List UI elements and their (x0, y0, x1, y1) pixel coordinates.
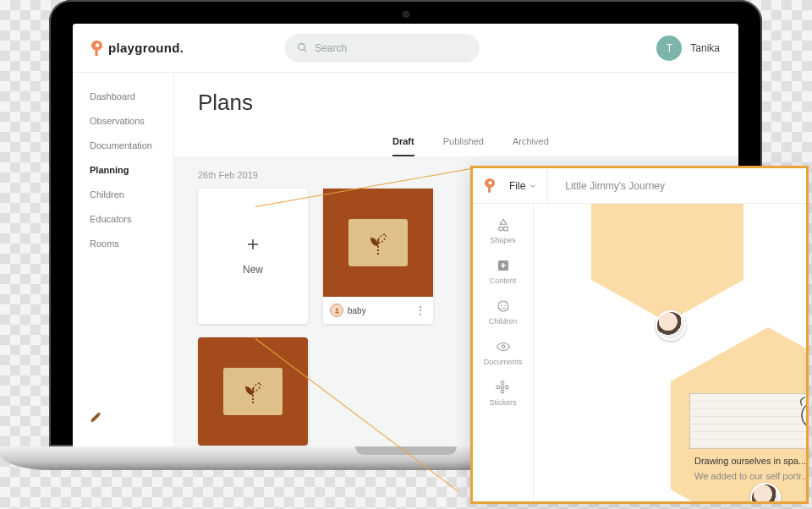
playground-logo-icon (91, 41, 103, 56)
tool-label: Shapes (490, 236, 516, 244)
tabs: Draft Published Archived (392, 136, 715, 156)
sidebar-item-observations[interactable]: Observations (90, 116, 173, 126)
tool-label: Children (489, 317, 518, 326)
plus-square-icon (496, 258, 511, 273)
tool-content[interactable]: Content (490, 258, 517, 285)
search-placeholder: Search (315, 42, 347, 54)
search-icon (297, 42, 308, 53)
tab-archived[interactable]: Archived (513, 136, 549, 156)
editor-header: File Little Jimmy's Journey (473, 168, 806, 204)
sidebar-item-rooms[interactable]: Rooms (90, 238, 173, 249)
page-title: Plans (198, 90, 715, 116)
plan-card[interactable]: baby ⋮ (323, 189, 433, 324)
svg-point-1 (299, 44, 305, 51)
playground-logo-icon (485, 178, 496, 193)
svg-point-15 (497, 386, 500, 389)
svg-point-17 (802, 402, 806, 429)
editor-canvas[interactable]: Drawing ourselves in spa... We added to … (534, 204, 806, 501)
child-avatar[interactable] (656, 310, 686, 341)
tool-shapes[interactable]: Shapes (490, 217, 516, 244)
sidebar-item-dashboard[interactable]: Dashboard (90, 91, 173, 101)
tool-children[interactable]: Children (489, 298, 518, 326)
svg-point-4 (488, 181, 491, 184)
plan-thumbnail (323, 189, 433, 297)
tool-stickers[interactable]: Stickers (489, 380, 516, 407)
tab-published[interactable]: Published (443, 136, 484, 156)
tool-documents[interactable]: Documents (484, 339, 523, 366)
plan-thumbnail (198, 337, 308, 446)
plan-editor-popout: File Little Jimmy's Journey Shapes Conte… (470, 166, 809, 504)
plan-card[interactable] (198, 337, 308, 446)
sidebar-item-planning[interactable]: Planning (90, 165, 173, 175)
tool-label: Content (490, 276, 517, 285)
leaf-icon (236, 376, 270, 407)
tool-label: Documents (484, 358, 523, 366)
tool-label: Stickers (489, 398, 516, 407)
search-input[interactable]: Search (285, 34, 480, 63)
sidebar-item-documentation[interactable]: Documentation (90, 140, 173, 151)
camera-dot (403, 12, 409, 17)
svg-point-13 (502, 381, 505, 385)
svg-rect-6 (503, 227, 508, 231)
user-menu[interactable]: T Tanika (656, 36, 720, 61)
svg-point-16 (506, 386, 509, 389)
svg-point-0 (96, 43, 99, 47)
canvas-hexagon[interactable]: Drawing ourselves in spa... We added to … (671, 327, 806, 501)
editor-toolbar: Shapes Content Children Documents Sticke… (473, 204, 534, 501)
flower-icon (495, 380, 510, 395)
rocket-icon[interactable] (90, 411, 173, 426)
canvas-hexagon[interactable] (591, 204, 743, 322)
svg-point-5 (498, 227, 502, 231)
brand-name: playground. (108, 41, 184, 55)
eye-icon (496, 339, 511, 354)
svg-point-14 (502, 390, 505, 393)
plus-icon (245, 237, 261, 252)
file-menu[interactable]: File (509, 168, 548, 204)
laptop-notch (355, 446, 457, 455)
svg-point-9 (501, 305, 502, 307)
svg-point-3 (336, 308, 338, 310)
svg-point-8 (498, 301, 508, 311)
editor-doc-title[interactable]: Little Jimmy's Journey (565, 180, 665, 192)
chevron-down-icon (529, 182, 537, 190)
file-menu-label: File (509, 180, 525, 192)
user-name: Tanika (690, 42, 720, 54)
brand-logo[interactable]: playground. (91, 41, 184, 56)
hex-caption-title: Drawing ourselves in spa... (694, 456, 806, 466)
leaf-icon (361, 227, 395, 258)
hex-caption-sub: We added to our self portr... (694, 471, 806, 481)
plan-menu-button[interactable]: ⋮ (414, 304, 426, 317)
sidebar: Dashboard Observations Documentation Pla… (73, 73, 174, 446)
plan-room-label: baby (348, 306, 366, 315)
tab-draft[interactable]: Draft (392, 136, 414, 156)
drawing-image (689, 393, 806, 449)
avatar: T (656, 36, 682, 61)
app-header: playground. Search T Tanika (73, 24, 738, 73)
svg-point-12 (502, 386, 504, 388)
new-plan-label: New (243, 264, 263, 276)
svg-line-2 (304, 49, 306, 52)
sidebar-item-educators[interactable]: Educators (90, 214, 173, 224)
room-badge-icon (330, 304, 343, 317)
svg-point-11 (502, 345, 505, 348)
child-icon (496, 298, 511, 314)
svg-point-10 (504, 305, 506, 307)
shapes-icon (496, 217, 511, 233)
sidebar-item-children[interactable]: Children (90, 189, 173, 200)
new-plan-card[interactable]: New (198, 189, 308, 324)
